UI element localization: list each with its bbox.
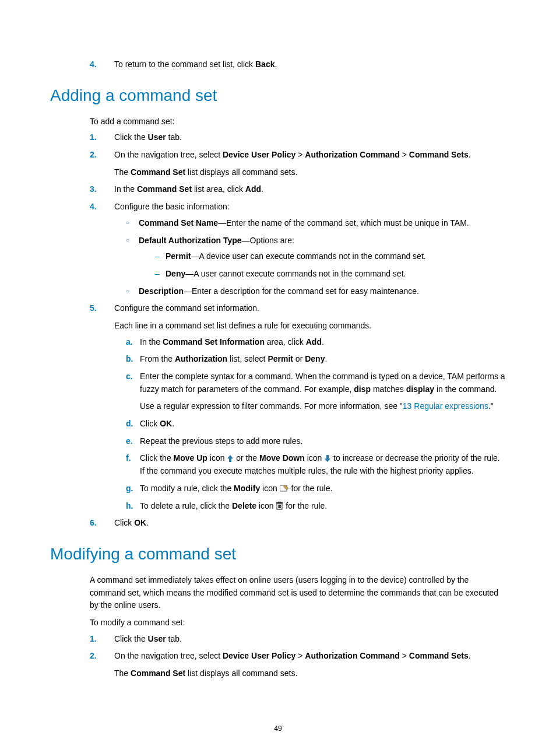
list-text: Repeat the previous steps to add more ru… [140,436,302,446]
sub-paragraph: Each line in a command set list defines … [114,320,506,332]
bold-text: User [148,634,166,643]
list-marker: 2. [90,149,97,162]
alpha-marker: e. [126,435,133,448]
section-heading-modifying: Modifying a command set [50,545,506,564]
list-text: . [325,354,327,363]
regex-link[interactable]: 13 Regular expressions [403,401,488,411]
dash-list: Permit—A device user can execute command… [139,250,506,280]
bold-text: Authorization [175,354,227,363]
list-text: list area, click [192,184,245,194]
alpha-list: a. In the Command Set Information area, … [114,336,506,513]
list-text: or [293,354,305,363]
bold-text: Deny [305,354,325,363]
bullet-list: Command Set Name—Enter the name of the c… [114,217,506,298]
alpha-item: a. In the Command Set Information area, … [126,336,506,349]
bold-text: Move Up [174,453,207,463]
bold-text: Command Set [131,167,185,177]
list-text: Click the [140,453,174,463]
bold-text: Description [139,286,184,296]
list-text: icon [260,484,279,493]
document-page: 4. To return to the command set list, cl… [0,0,556,756]
list-text: From the [140,354,175,363]
bold-text: display [406,384,434,394]
continuation-list: 4. To return to the command set list, cl… [50,58,506,71]
list-text: . [322,337,324,346]
bold-text: Deny [166,269,185,278]
bold-text: Authorization Command [305,150,400,159]
list-text: ." [488,401,494,411]
list-item: 4. Configure the basic information: Comm… [90,201,506,298]
list-text: The [114,668,131,678]
list-text: icon [305,453,324,463]
bullet-item: Default Authorization Type—Options are: … [126,235,506,281]
list-text: tab. [166,634,182,643]
list-text: for the rule. [289,484,333,493]
list-text: . [469,651,471,660]
alpha-marker: d. [126,418,133,430]
list-text: . [261,184,263,194]
alpha-marker: h. [126,500,133,513]
list-item: 6. Click OK. [90,517,506,530]
modify-icon [280,484,289,492]
delete-icon [276,502,283,510]
alpha-item: f. Click the Move Up icon or the Move Do… [126,452,506,477]
list-marker: 4. [90,58,97,71]
alpha-item: b. From the Authorization list, select P… [126,353,506,366]
alpha-item: c. Enter the complete syntax for a comma… [126,370,506,413]
bold-text: OK [134,518,146,527]
list-item: 3. In the Command Set list area, click A… [90,183,506,196]
list-text: Click [114,518,134,527]
list-text: . [172,419,174,428]
move-up-icon [227,455,234,462]
list-item: 5. Configure the command set information… [90,302,506,512]
alpha-item: e. Repeat the previous steps to add more… [126,435,506,448]
move-down-icon [324,455,331,462]
bold-text: OK [160,419,172,428]
list-text: Click [140,419,160,428]
intro-text: To add a command set: [50,116,506,128]
list-item: 4. To return to the command set list, cl… [90,58,506,71]
sub-paragraph: The Command Set list displays all comman… [114,166,506,179]
bold-text: Permit [268,354,293,363]
list-text: > [295,651,305,660]
list-marker: 3. [90,183,97,196]
list-text: icon [256,501,276,510]
list-text: list displays all command sets. [185,668,297,678]
bold-text: Authorization Command [305,651,400,660]
list-marker: 1. [90,131,97,144]
bold-text: Permit [166,251,191,261]
list-text: icon [207,453,227,463]
alpha-item: h. To delete a rule, click the Delete ic… [126,500,506,513]
list-text: list displays all command sets. [185,167,297,177]
bold-text: Add [306,337,322,346]
alpha-marker: c. [126,370,133,383]
bold-text: Add [245,184,261,194]
dash-item: Permit—A device user can execute command… [155,250,506,263]
alpha-item: g. To modify a rule, click the Modify ic… [126,482,506,495]
bullet-item: Description—Enter a description for the … [126,285,506,298]
svg-rect-6 [278,502,281,503]
list-text: Configure the basic information: [114,202,230,211]
list-text: . [146,518,149,527]
alpha-marker: g. [126,482,133,495]
list-text: Click the [114,132,148,142]
list-marker: 2. [90,650,97,663]
list-text: . [469,150,471,159]
list-text: Configure the command set information. [114,303,259,313]
bold-text: Command Set Information [163,337,265,346]
bold-text: disp [354,384,371,394]
bold-text: Command Set [137,184,192,194]
list-text: for the rule. [283,501,327,510]
bold-text: Command Set [131,668,185,678]
intro-text: To modify a command set: [50,617,506,629]
list-text: > [400,651,409,660]
list-text: To modify a rule, click the [140,484,234,493]
bold-text: Command Set Name [139,218,218,228]
list-text: On the navigation tree, select [114,651,223,660]
list-item: 2. On the navigation tree, select Device… [90,650,506,680]
list-item: 2. On the navigation tree, select Device… [90,149,506,178]
sub-paragraph: The Command Set list displays all comman… [114,667,506,680]
list-text: To return to the command set list, click [114,60,255,69]
list-text: . [275,60,277,69]
bold-text: Command Sets [409,651,469,660]
